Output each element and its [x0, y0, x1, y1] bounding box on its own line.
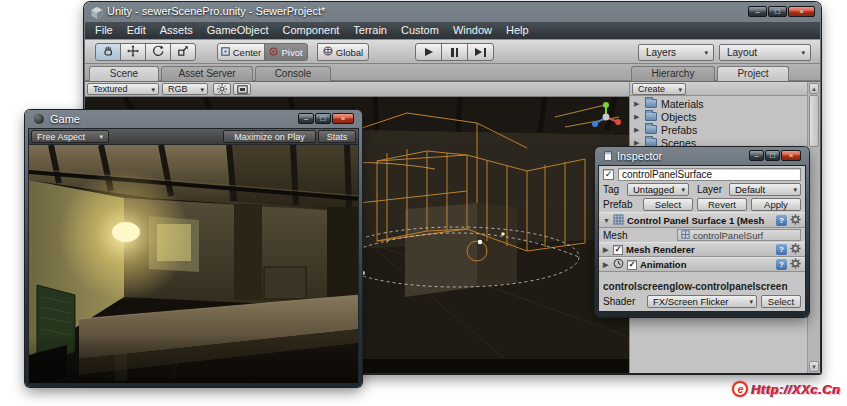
create-dropdown[interactable]: Create ▾	[632, 83, 686, 95]
global-icon	[323, 46, 333, 58]
watermark: e Http://XXc.Cn	[732, 381, 841, 397]
foldout-icon[interactable]: ▶	[603, 261, 610, 268]
pivot-toggle-group: Center Pivot	[217, 43, 308, 61]
foldout-icon[interactable]: ▶	[634, 139, 641, 146]
foldout-icon[interactable]: ▼	[603, 217, 610, 224]
scene-lighting-toggle[interactable]	[213, 83, 231, 95]
center-label: Center	[233, 47, 262, 58]
prefab-apply-button[interactable]: Apply	[751, 198, 801, 211]
project-folder-objects[interactable]: ▶ Objects	[630, 110, 807, 123]
close-icon[interactable]: ×	[788, 6, 815, 17]
maximize-icon[interactable]: □	[765, 150, 780, 161]
maximize-icon[interactable]: □	[768, 6, 787, 17]
scene-gizmo[interactable]	[589, 100, 623, 138]
stats-button[interactable]: Stats	[318, 130, 356, 143]
menu-help[interactable]: Help	[499, 22, 536, 39]
layers-dropdown[interactable]: Layers ▾	[638, 44, 714, 61]
step-button[interactable]	[467, 43, 494, 61]
tag-dropdown[interactable]: Untagged ▾	[627, 183, 689, 196]
scrollbar-thumb[interactable]	[809, 95, 819, 147]
aspect-dropdown[interactable]: Free Aspect ▾	[31, 130, 109, 143]
transform-tools	[95, 43, 196, 61]
move-tool-button[interactable]	[120, 43, 146, 61]
hand-tool-icon	[102, 45, 114, 59]
foldout-icon[interactable]: ▶	[603, 246, 610, 253]
tab-project[interactable]: Project	[717, 66, 789, 81]
layer-dropdown[interactable]: Default ▾	[729, 183, 801, 196]
component-enabled-checkbox[interactable]: ✓	[613, 245, 623, 255]
component-mesh-filter[interactable]: ▼ Control Panel Surface 1 (Mesh ?	[599, 212, 805, 228]
global-button[interactable]: Global	[317, 43, 369, 61]
component-mesh-renderer[interactable]: ▶ ✓ Mesh Renderer ?	[599, 242, 805, 257]
inspector-icon	[604, 151, 612, 161]
shader-dropdown[interactable]: FX/Screen Flicker ▾	[647, 295, 757, 308]
menu-terrain[interactable]: Terrain	[346, 22, 394, 39]
menu-edit[interactable]: Edit	[120, 22, 153, 39]
folder-icon	[645, 138, 657, 147]
scroll-down-icon[interactable]: ▼	[809, 361, 819, 372]
game-window-title: Game	[50, 113, 80, 125]
layers-label: Layers	[646, 47, 676, 58]
game-titlebar[interactable]: Game – □ ×	[28, 110, 359, 128]
pause-button[interactable]	[441, 43, 468, 61]
tab-console[interactable]: Console	[255, 66, 331, 81]
inspector-titlebar[interactable]: Inspector – □ ×	[598, 147, 806, 165]
close-icon[interactable]: ×	[332, 113, 354, 124]
menu-component[interactable]: Component	[275, 22, 346, 39]
tab-hierarchy[interactable]: Hierarchy	[631, 66, 715, 81]
prefab-revert-button[interactable]: Revert	[697, 198, 747, 211]
menu-gameobject[interactable]: GameObject	[200, 22, 276, 39]
rotate-tool-button[interactable]	[145, 43, 171, 61]
folder-icon	[645, 112, 657, 121]
chevron-down-icon: ▾	[99, 133, 103, 140]
project-folder-materials[interactable]: ▶ Materials	[630, 97, 807, 110]
play-button[interactable]	[415, 43, 442, 61]
foldout-icon[interactable]: ▶	[634, 126, 641, 133]
maximize-on-play-button[interactable]: Maximize on Play	[223, 130, 316, 143]
menu-file[interactable]: File	[88, 22, 120, 39]
main-titlebar[interactable]: Unity - sewerScenePro.unity - SewerProje…	[85, 2, 820, 22]
pivot-button[interactable]: Pivot	[264, 43, 308, 61]
foldout-icon[interactable]: ▶	[634, 113, 641, 120]
minimize-icon[interactable]: –	[748, 6, 767, 17]
menu-window[interactable]: Window	[446, 22, 499, 39]
shader-select-button[interactable]: Select	[761, 295, 801, 308]
minimize-icon[interactable]: –	[298, 113, 314, 124]
prefab-select-button[interactable]: Select	[643, 198, 693, 211]
inspector-title: Inspector	[617, 150, 662, 162]
draw-mode-dropdown[interactable]: Textured ▾	[87, 83, 159, 95]
render-channels-dropdown[interactable]: RGB ▾	[162, 83, 208, 95]
gear-icon[interactable]	[790, 214, 801, 227]
help-icon[interactable]: ?	[776, 215, 787, 226]
component-enabled-checkbox[interactable]: ✓	[627, 260, 637, 270]
sun-icon	[217, 80, 227, 98]
rotation-toggle-group: Global	[317, 43, 369, 61]
scene-overlay-toggle[interactable]	[233, 83, 251, 95]
scale-tool-button[interactable]	[170, 43, 196, 61]
gear-icon[interactable]	[790, 243, 801, 256]
window-title: Unity - sewerScenePro.unity - SewerProje…	[107, 5, 325, 17]
game-window: Game – □ × Free Aspect ▾ Maximize on Pla…	[25, 110, 362, 387]
active-checkbox[interactable]: ✓	[603, 169, 614, 180]
hand-tool-button[interactable]	[95, 43, 121, 61]
layout-dropdown[interactable]: Layout ▾	[719, 44, 811, 61]
project-folder-prefabs[interactable]: ▶ Prefabs	[630, 123, 807, 136]
center-button[interactable]: Center	[217, 43, 265, 61]
scroll-up-icon[interactable]: ▲	[809, 83, 819, 94]
mesh-object-field[interactable]: controlPanelSurf	[677, 229, 801, 241]
tab-scene[interactable]: Scene	[89, 66, 159, 81]
tab-asset-server[interactable]: Asset Server	[161, 66, 253, 81]
material-name: controlscreenglow-controlpanelscreen	[603, 281, 788, 292]
minimize-icon[interactable]: –	[749, 150, 764, 161]
foldout-icon[interactable]: ▶	[634, 100, 641, 107]
close-icon[interactable]: ×	[781, 150, 801, 161]
object-name-field[interactable]: controlPanelSurface	[618, 168, 801, 181]
menu-assets[interactable]: Assets	[153, 22, 200, 39]
clock-icon	[613, 258, 624, 271]
component-animation[interactable]: ▶ ✓ Animation ?	[599, 257, 805, 272]
gear-icon[interactable]	[790, 258, 801, 271]
menu-custom[interactable]: Custom	[394, 22, 446, 39]
help-icon[interactable]: ?	[776, 244, 787, 255]
help-icon[interactable]: ?	[776, 259, 787, 270]
maximize-icon[interactable]: □	[315, 113, 331, 124]
